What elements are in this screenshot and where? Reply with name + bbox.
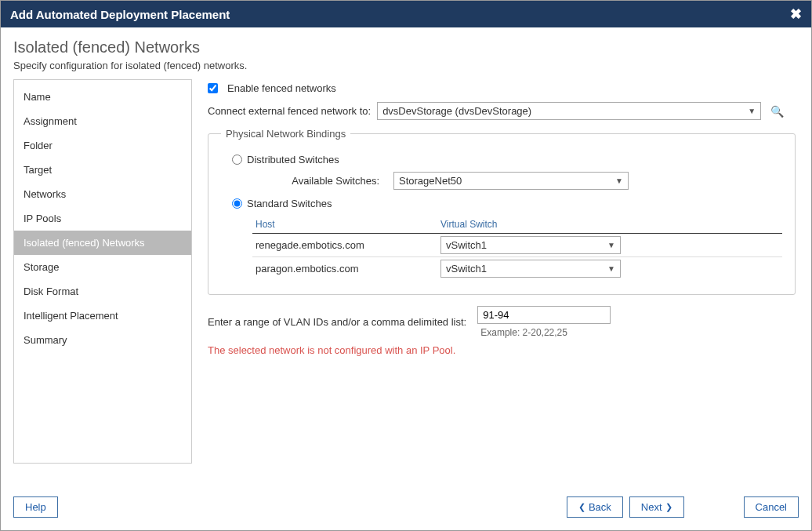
vlan-label: Enter a range of VLAN IDs and/or a comma… xyxy=(208,316,466,328)
enable-fenced-label: Enable fenced networks xyxy=(227,82,336,94)
sidebar-item-folder[interactable]: Folder xyxy=(14,133,191,158)
close-icon[interactable]: ✖ xyxy=(790,7,802,21)
vswitch-value: vSwitch1 xyxy=(446,239,487,251)
chevron-right-icon: ❯ xyxy=(665,502,672,512)
hosts-table: Host Virtual Switch renegade.embotics.co… xyxy=(252,216,782,280)
table-row: paragon.embotics.com vSwitch1 ▼ xyxy=(252,257,782,280)
next-button[interactable]: Next ❯ xyxy=(629,496,684,518)
page-heading: Isolated (fenced) Networks xyxy=(13,38,799,56)
available-switches-label: Available Switches: xyxy=(252,175,393,187)
sidebar-item-storage[interactable]: Storage xyxy=(14,255,191,279)
vlan-row: Enter a range of VLAN IDs and/or a comma… xyxy=(208,306,796,338)
dialog-title: Add Automated Deployment Placement xyxy=(10,8,230,21)
vswitch-select[interactable]: vSwitch1 ▼ xyxy=(440,260,621,278)
header-area: Isolated (fenced) Networks Specify confi… xyxy=(1,27,811,79)
sidebar-item-ip-pools[interactable]: IP Pools xyxy=(14,206,191,231)
connect-network-select[interactable]: dvsDevStorage (dvsDevStorage) ▼ xyxy=(377,102,761,120)
connect-network-value: dvsDevStorage (dvsDevStorage) xyxy=(382,105,531,117)
connect-label: Connect external fenced network to: xyxy=(208,105,371,117)
enable-fenced-checkbox[interactable] xyxy=(208,83,218,93)
sidebar-item-summary[interactable]: Summary xyxy=(14,328,191,352)
footer: Help ❮ Back Next ❯ Cancel xyxy=(1,486,811,530)
host-cell: renegade.embotics.com xyxy=(252,235,440,255)
chevron-down-icon: ▼ xyxy=(615,176,623,185)
titlebar: Add Automated Deployment Placement ✖ xyxy=(1,1,811,27)
chevron-down-icon: ▼ xyxy=(748,107,756,115)
sidebar-item-disk-format[interactable]: Disk Format xyxy=(14,279,191,304)
connect-row: Connect external fenced network to: dvsD… xyxy=(208,102,796,120)
sidebar-item-networks[interactable]: Networks xyxy=(14,182,191,206)
sidebar-item-isolated-networks[interactable]: Isolated (fenced) Networks xyxy=(14,231,191,255)
physical-bindings-fieldset: Physical Network Bindings Distributed Sw… xyxy=(208,128,796,295)
search-icon[interactable]: 🔍 xyxy=(767,104,787,119)
vswitch-value: vSwitch1 xyxy=(446,263,487,275)
vlan-example: Example: 2-20,22,25 xyxy=(480,327,611,338)
chevron-down-icon: ▼ xyxy=(607,241,615,249)
bindings-legend: Physical Network Bindings xyxy=(221,128,350,140)
available-switches-value: StorageNet50 xyxy=(399,175,462,187)
sidebar-item-intelligent-placement[interactable]: Intelligent Placement xyxy=(14,304,191,328)
vswitch-column-header[interactable]: Virtual Switch xyxy=(440,219,782,230)
standard-switches-label: Standard Switches xyxy=(247,198,332,209)
cancel-button[interactable]: Cancel xyxy=(744,496,799,518)
vlan-input-group: Example: 2-20,22,25 xyxy=(477,306,611,338)
sidebar-item-assignment[interactable]: Assignment xyxy=(14,109,191,133)
wizard-sidebar: Name Assignment Folder Target Networks I… xyxy=(13,79,192,464)
body-area: Name Assignment Folder Target Networks I… xyxy=(1,79,811,464)
distributed-switches-row: Distributed Switches xyxy=(232,154,782,165)
available-switches-select[interactable]: StorageNet50 ▼ xyxy=(393,172,629,190)
content-panel: Enable fenced networks Connect external … xyxy=(205,79,799,464)
standard-switches-radio[interactable] xyxy=(232,198,242,209)
vlan-input[interactable] xyxy=(477,306,611,324)
help-button[interactable]: Help xyxy=(13,496,58,518)
host-column-header[interactable]: Host xyxy=(252,219,440,230)
back-button[interactable]: ❮ Back xyxy=(567,496,623,518)
host-cell: paragon.embotics.com xyxy=(252,259,440,278)
dialog: Add Automated Deployment Placement ✖ Iso… xyxy=(0,0,812,531)
enable-row: Enable fenced networks xyxy=(208,82,796,94)
distributed-switches-radio[interactable] xyxy=(232,155,242,165)
standard-switches-row: Standard Switches xyxy=(232,198,782,209)
sidebar-item-name[interactable]: Name xyxy=(14,85,191,109)
page-subtitle: Specify configuration for isolated (fenc… xyxy=(13,60,799,71)
available-switches-row: Available Switches: StorageNet50 ▼ xyxy=(252,172,782,190)
vswitch-select[interactable]: vSwitch1 ▼ xyxy=(440,236,621,254)
ip-pool-warning: The selected network is not configured w… xyxy=(208,344,796,356)
chevron-left-icon: ❮ xyxy=(578,502,585,512)
hosts-table-header: Host Virtual Switch xyxy=(252,216,782,234)
table-row: renegade.embotics.com vSwitch1 ▼ xyxy=(252,234,782,257)
sidebar-item-target[interactable]: Target xyxy=(14,158,191,182)
distributed-switches-label: Distributed Switches xyxy=(247,154,339,165)
chevron-down-icon: ▼ xyxy=(607,264,615,273)
